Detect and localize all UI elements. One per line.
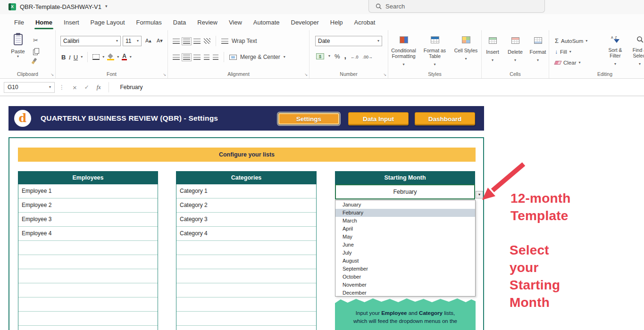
menu-tab-file[interactable]: File [8, 14, 30, 30]
decrease-decimal-icon[interactable] [363, 52, 373, 60]
month-option-march[interactable]: March [335, 217, 475, 225]
dialog-launcher-icon[interactable] [50, 73, 54, 77]
conditional-formatting-button[interactable]: Conditional Formatting [389, 36, 418, 67]
menu-tab-acrobat[interactable]: Acrobat [349, 14, 381, 30]
cell-styles-button[interactable]: Cell Styles [452, 36, 481, 67]
menu-tab-developer[interactable]: Developer [285, 14, 325, 30]
menu-tab-help[interactable]: Help [325, 14, 349, 30]
align-middle-icon[interactable] [183, 39, 190, 44]
month-option-november[interactable]: November [335, 281, 475, 289]
dialog-launcher-icon[interactable] [163, 73, 166, 77]
month-option-may[interactable]: May [335, 233, 475, 241]
format-cells-button[interactable]: Format [528, 37, 548, 63]
menu-tab-automate[interactable]: Automate [248, 14, 285, 30]
underline-icon[interactable] [74, 53, 78, 61]
table-row[interactable]: Category 1 [176, 184, 316, 198]
table-row[interactable] [176, 312, 316, 326]
table-row[interactable] [176, 283, 316, 297]
table-row[interactable] [18, 326, 158, 330]
table-row[interactable] [176, 255, 316, 269]
month-option-january[interactable]: January [335, 201, 475, 209]
percent-style-icon[interactable] [335, 52, 340, 60]
table-row[interactable]: Category 2 [176, 198, 316, 213]
table-row[interactable] [176, 297, 316, 312]
month-option-august[interactable]: August [335, 257, 475, 265]
decrease-font-size-icon[interactable] [157, 38, 163, 44]
insert-function-icon[interactable] [97, 84, 101, 91]
bold-icon[interactable] [61, 53, 66, 61]
table-row[interactable] [18, 283, 158, 297]
align-left-icon[interactable] [173, 55, 180, 60]
increase-font-size-icon[interactable] [145, 38, 151, 44]
font-name-select[interactable]: Calibri [60, 36, 121, 46]
month-option-december[interactable]: December [335, 289, 475, 297]
font-size-select[interactable]: 11 [123, 36, 142, 46]
cut-icon[interactable] [33, 36, 38, 44]
table-row[interactable] [18, 312, 158, 326]
table-row[interactable] [18, 297, 158, 312]
chevron-down-icon[interactable] [105, 4, 108, 8]
align-bottom-icon[interactable] [193, 39, 201, 44]
find-select-button[interactable]: Find & Select [628, 36, 644, 67]
name-box[interactable]: G10 [4, 82, 55, 93]
month-option-june[interactable]: June [335, 241, 475, 249]
comma-style-icon[interactable] [344, 52, 346, 60]
workbook-title[interactable]: QBR-Template-DASHWAY-V1 [20, 3, 101, 10]
orientation-icon[interactable] [204, 38, 210, 44]
fill-color-icon[interactable] [107, 54, 114, 60]
dialog-launcher-icon[interactable] [304, 73, 308, 77]
menu-tab-home[interactable]: Home [30, 14, 58, 30]
menu-tab-formulas[interactable]: Formulas [131, 14, 167, 30]
table-row[interactable] [176, 269, 316, 283]
drag-handle-icon[interactable] [59, 84, 65, 91]
month-option-october[interactable]: October [335, 273, 475, 281]
copy-icon[interactable] [33, 48, 38, 54]
italic-icon[interactable] [68, 53, 70, 61]
menu-tab-review[interactable]: Review [192, 14, 223, 30]
menu-tab-view[interactable]: View [223, 14, 248, 30]
table-row[interactable] [18, 269, 158, 283]
dialog-launcher-icon[interactable] [383, 73, 386, 77]
table-row[interactable]: Employee 1 [18, 184, 158, 198]
nav-button-settings[interactable]: Settings [277, 112, 340, 125]
increase-decimal-icon[interactable] [351, 52, 359, 60]
align-top-icon[interactable] [173, 39, 180, 44]
wrap-text-button[interactable]: Wrap Text [232, 38, 257, 44]
table-row[interactable] [18, 241, 158, 255]
menu-tab-page-layout[interactable]: Page Layout [85, 14, 131, 30]
month-option-february[interactable]: February [335, 209, 475, 217]
table-row[interactable]: Employee 3 [18, 213, 158, 227]
table-row[interactable] [18, 255, 158, 269]
delete-cells-button[interactable]: Delete [505, 37, 525, 63]
paste-button[interactable]: Paste [7, 34, 29, 58]
autosum-button[interactable]: AutoSum [555, 37, 587, 44]
font-color-icon[interactable] [122, 54, 127, 60]
nav-button-dashboard[interactable]: Dashboard [415, 112, 475, 125]
starting-month-cell[interactable]: February [335, 184, 475, 199]
month-option-july[interactable]: July [335, 249, 475, 257]
format-painter-icon[interactable] [32, 58, 37, 65]
table-row[interactable]: Employee 2 [18, 198, 158, 213]
fill-button[interactable]: Fill [555, 49, 571, 55]
search-box[interactable]: Search [368, 0, 545, 13]
increase-indent-icon[interactable] [213, 55, 218, 60]
decrease-indent-icon[interactable] [204, 55, 209, 60]
insert-cells-button[interactable]: Insert [483, 37, 502, 63]
align-center-icon[interactable] [183, 55, 190, 60]
month-option-september[interactable]: September [335, 265, 475, 273]
nav-button-data-input[interactable]: Data Input [348, 112, 409, 125]
cancel-icon[interactable] [73, 83, 77, 91]
table-row[interactable] [176, 326, 316, 330]
table-row[interactable]: Category 3 [176, 213, 316, 227]
menu-tab-data[interactable]: Data [167, 14, 192, 30]
borders-icon[interactable] [92, 54, 100, 60]
align-right-icon[interactable] [193, 55, 201, 60]
clear-button[interactable]: Clear [555, 60, 581, 66]
number-format-select[interactable]: Date [315, 36, 382, 46]
table-row[interactable]: Employee 4 [18, 227, 158, 241]
month-option-april[interactable]: April [335, 225, 475, 233]
merge-center-button[interactable]: Merge & Center [240, 54, 280, 60]
format-as-table-button[interactable]: Format as Table [420, 36, 450, 67]
enter-icon[interactable] [84, 84, 89, 91]
sort-filter-button[interactable]: Sort & Filter [604, 36, 627, 67]
